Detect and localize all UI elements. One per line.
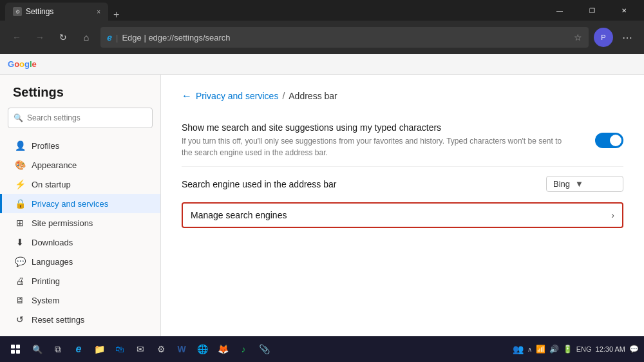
restore-button[interactable]: ❐ (577, 0, 607, 21)
breadcrumb-separator: / (282, 91, 285, 101)
on-startup-icon: ⚡ (15, 179, 25, 189)
sidebar-item-downloads[interactable]: ⬇ Downloads (0, 233, 160, 252)
taskbar-explorer-icon[interactable]: 📁 (90, 340, 108, 358)
printing-label: Printing (32, 276, 60, 286)
search-engine-label: Search engine used in the address bar (182, 179, 337, 189)
search-engine-value: Bing (553, 179, 570, 189)
sidebar-item-reset[interactable]: ↺ Reset settings (0, 310, 160, 329)
suggestion-setting-row: Show me search and site suggestions usin… (182, 115, 623, 167)
network-icon[interactable]: 📶 (536, 345, 545, 354)
taskbar-store-icon[interactable]: 🛍 (111, 340, 129, 358)
manage-search-engines-row[interactable]: Manage search engines › (182, 202, 623, 228)
tab-area: ⚙ Settings × + (5, 0, 540, 21)
breadcrumb: ← Privacy and services / Address bar (182, 90, 623, 102)
home-button[interactable]: ⌂ (77, 28, 95, 46)
sidebar: Settings 🔍 👤 Profiles 🎨 Appearance ⚡ On … (0, 75, 161, 336)
sidebar-item-privacy[interactable]: 🔒 Privacy and services (0, 194, 160, 213)
close-button[interactable]: ✕ (609, 0, 639, 21)
on-startup-label: On startup (32, 180, 71, 189)
favorite-button[interactable]: ☆ (574, 32, 582, 43)
suggestion-desc: If you turn this off, you'll only see su… (182, 135, 568, 158)
dropdown-arrow-icon: ▼ (575, 179, 583, 189)
taskbar-chrome-icon[interactable]: 🌐 (193, 340, 211, 358)
profiles-label: Profiles (32, 141, 59, 151)
main-layout: Settings 🔍 👤 Profiles 🎨 Appearance ⚡ On … (0, 75, 644, 336)
sidebar-item-appearance[interactable]: 🎨 Appearance (0, 155, 160, 175)
taskbar-edge-icon[interactable]: e (70, 340, 88, 358)
new-tab-button[interactable]: + (108, 9, 124, 21)
refresh-button[interactable]: ↻ (54, 28, 72, 46)
privacy-label: Privacy and services (32, 199, 108, 209)
start-button[interactable] (5, 339, 26, 359)
taskbar-chevron-icon[interactable]: ∧ (527, 346, 532, 353)
suggestion-title: Show me search and site suggestions usin… (182, 122, 595, 133)
taskbar-mail-icon[interactable]: ✉ (131, 340, 149, 358)
site-icon: ℯ (107, 33, 112, 43)
site-permissions-label: Site permissions (32, 218, 93, 228)
windows-logo-icon (11, 345, 20, 354)
battery-icon[interactable]: 🔋 (563, 345, 573, 354)
privacy-icon: 🔒 (15, 198, 25, 209)
reset-label: Reset settings (32, 315, 84, 325)
profiles-icon: 👤 (15, 140, 25, 151)
menu-button[interactable]: ⋯ (618, 28, 636, 46)
back-button[interactable]: ← (8, 28, 26, 46)
settings-search-box[interactable]: 🔍 (8, 108, 153, 128)
browser-name: Edge (122, 33, 141, 43)
profile-button[interactable]: P (594, 28, 613, 47)
search-engine-dropdown[interactable]: Bing ▼ (546, 176, 623, 192)
minimize-button[interactable]: — (545, 0, 574, 21)
chevron-right-icon: › (611, 210, 614, 220)
favorites-bar: Google (0, 54, 644, 75)
taskbar-people-icon[interactable]: 👥 (513, 344, 524, 354)
taskbar: 🔍 ⧉ e 📁 🛍 ✉ ⚙ W 🌐 🦊 ♪ 📎 👥 ∧ 📶 🔊 🔋 ENG 12… (0, 336, 644, 362)
taskbar-spotify-icon[interactable]: ♪ (234, 340, 252, 358)
appearance-label: Appearance (32, 160, 77, 170)
title-bar: ⚙ Settings × + — ❐ ✕ (0, 0, 644, 21)
suggestion-toggle[interactable] (595, 133, 623, 148)
sidebar-item-on-startup[interactable]: ⚡ On startup (0, 175, 160, 194)
taskbar-firefox-icon[interactable]: 🦊 (214, 340, 232, 358)
printing-icon: 🖨 (15, 276, 25, 286)
taskbar-right-area: 👥 ∧ 📶 🔊 🔋 ENG 12:30 AM 💬 (513, 344, 639, 354)
address-input[interactable]: ℯ | Edge | edge://settings/search ☆ (100, 27, 589, 48)
language-indicator[interactable]: ENG (576, 345, 592, 353)
appearance-icon: 🎨 (15, 160, 25, 170)
downloads-label: Downloads (32, 238, 73, 247)
taskbar-clock[interactable]: 12:30 AM (596, 345, 625, 353)
sidebar-item-languages[interactable]: 💬 Languages (0, 252, 160, 271)
search-engine-row: Search engine used in the address bar Bi… (182, 167, 623, 198)
sidebar-item-system[interactable]: 🖥 System (0, 291, 160, 310)
breadcrumb-back-button[interactable]: ← (182, 90, 192, 102)
window-controls: — ❐ ✕ (545, 0, 639, 21)
downloads-icon: ⬇ (15, 237, 25, 247)
sidebar-item-about[interactable]: e About Microsoft Edge (0, 329, 160, 336)
breadcrumb-current-page: Address bar (289, 91, 337, 101)
manage-search-engines-label: Manage search engines (191, 210, 287, 220)
languages-label: Languages (32, 257, 73, 267)
settings-title: Settings (0, 85, 160, 108)
taskbar-settings-icon[interactable]: ⚙ (152, 340, 170, 358)
sidebar-item-site-permissions[interactable]: ⊞ Site permissions (0, 213, 160, 233)
search-settings-input[interactable] (27, 113, 147, 122)
forward-button[interactable]: → (31, 28, 49, 46)
search-icon: 🔍 (14, 113, 23, 122)
google-bookmark[interactable]: Google (8, 59, 37, 69)
site-permissions-icon: ⊞ (15, 218, 25, 228)
reset-icon: ↺ (15, 314, 25, 325)
system-label: System (32, 296, 59, 305)
notification-button[interactable]: 💬 (629, 345, 639, 354)
tab-title: Settings (26, 7, 53, 16)
settings-tab[interactable]: ⚙ Settings × (5, 3, 108, 21)
url-text: edge://settings/search (148, 33, 230, 43)
taskbar-search-button[interactable]: 🔍 (28, 340, 46, 358)
tab-favicon: ⚙ (13, 7, 22, 16)
sidebar-item-profiles[interactable]: 👤 Profiles (0, 136, 160, 155)
taskbar-misc-icon[interactable]: 📎 (255, 340, 273, 358)
taskbar-word-icon[interactable]: W (173, 340, 191, 358)
breadcrumb-privacy-link[interactable]: Privacy and services (196, 91, 278, 101)
tab-close-button[interactable]: × (97, 8, 100, 15)
sidebar-item-printing[interactable]: 🖨 Printing (0, 271, 160, 291)
taskbar-task-view[interactable]: ⧉ (49, 340, 67, 358)
volume-icon[interactable]: 🔊 (549, 345, 559, 354)
